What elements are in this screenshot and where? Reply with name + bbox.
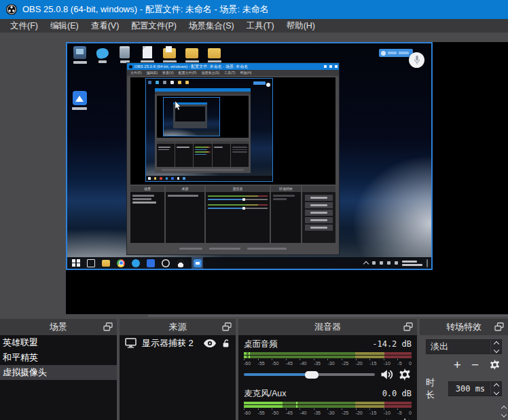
mixer-header[interactable]: 混音器	[238, 319, 417, 335]
volume-meter	[244, 352, 412, 358]
channel-settings-gear-icon[interactable]	[398, 417, 412, 420]
preview-canvas[interactable]: OBS 25.0.8 (64-bit, windows) - 配置文件: 未命名…	[66, 42, 508, 314]
recursive-capture-level2	[145, 78, 273, 182]
source-name: 显示器捕获 2	[142, 337, 198, 349]
obs-taskbar-icon	[162, 259, 170, 267]
speaker-icon[interactable]	[380, 368, 393, 381]
scenes-title: 场景	[50, 321, 67, 333]
captured-window-menubar: 文件(F)编辑(E)查看(V)配置文件(P)场景集合(S)工具(T)帮助(H)	[127, 70, 339, 76]
menu-scene-collection[interactable]: 场景集合(S)	[183, 19, 240, 33]
scene-item[interactable]: 和平精英	[0, 350, 117, 365]
tray-clock	[402, 261, 422, 266]
menu-profile[interactable]: 配置文件(P)	[125, 19, 183, 33]
menu-help[interactable]: 帮助(H)	[280, 19, 321, 33]
mixer-body: 桌面音频 -14.2 dB -60-55-50-45-40-35-30-25-2…	[238, 335, 417, 420]
dock-splitter[interactable]	[148, 315, 508, 317]
add-transition-button[interactable]: +	[454, 360, 461, 370]
mouse-cursor	[175, 100, 181, 111]
transitions-body: 淡出 + − 时长 300 ms	[420, 335, 508, 420]
transitions-dock: 转场特效 淡出 + − 时长 300 ms	[420, 319, 508, 420]
unlock-icon[interactable]	[221, 339, 230, 348]
meter-tick-labels: -60-55-50-45-40-35-30-25-20-15-10-50	[244, 411, 412, 415]
menu-bar: 文件(F) 编辑(E) 查看(V) 配置文件(P) 场景集合(S) 工具(T) …	[0, 19, 508, 33]
remove-transition-button[interactable]: −	[471, 360, 479, 370]
display-capture-source[interactable]: OBS 25.0.8 (64-bit, windows) - 配置文件: 未命名…	[66, 42, 433, 270]
sources-title: 来源	[169, 321, 187, 333]
speaker-icon[interactable]	[380, 417, 393, 420]
task-view-icon	[87, 259, 95, 267]
source-list: 显示器捕获 2	[120, 335, 236, 420]
meter-tick-labels: -60-55-50-45-40-35-30-25-20-15-10-50	[244, 361, 412, 366]
meter-tickmarks	[244, 408, 412, 410]
display-icon	[125, 338, 137, 348]
menu-edit[interactable]: 编辑(E)	[44, 19, 85, 33]
scene-item[interactable]: 英雄联盟	[0, 335, 117, 350]
transitions-header[interactable]: 转场特效	[420, 319, 508, 335]
captured-obs-window: OBS 25.0.8 (64-bit, windows) - 配置文件: 未命名…	[127, 63, 339, 254]
browser-icon	[117, 259, 125, 267]
recursive-capture-level4	[163, 97, 220, 136]
mixer-dock: 混音器 桌面音频 -14.2 dB -60-55-50-45-40-35-30	[238, 319, 417, 420]
meeting-taskbar-icon	[194, 259, 202, 267]
qq-icon	[177, 259, 185, 267]
visibility-eye-icon[interactable]	[204, 339, 216, 347]
detach-icon[interactable]	[103, 322, 113, 332]
duration-spinner[interactable]	[490, 382, 501, 396]
document-icon	[139, 45, 156, 64]
scene-list: 英雄联盟 和平精英 虚拟摄像头	[0, 335, 117, 420]
channel-db-value: -14.2 dB	[372, 339, 412, 349]
system-tray	[364, 259, 431, 267]
menu-view[interactable]: 查看(V)	[85, 19, 126, 33]
window-title: OBS 25.0.8 (64-bit, windows) - 配置文件: 未命名…	[22, 3, 269, 16]
meeting-app-icon	[71, 91, 88, 110]
scenes-header[interactable]: 场景	[0, 319, 117, 335]
channel-name: 桌面音频	[244, 339, 278, 350]
floating-mic-button	[409, 52, 424, 68]
mixer-channel-mic-aux: 麦克风/Aux 0.0 dB -60-55-50-45-40-35-30-25-…	[244, 388, 412, 420]
volume-meter	[244, 402, 412, 408]
channel-settings-gear-icon[interactable]	[398, 368, 412, 381]
captured-docks: 场景 来源 混音器 转场特效 .	[130, 186, 335, 243]
folder-icon	[183, 45, 200, 64]
source-item[interactable]: 显示器捕获 2	[120, 335, 236, 351]
captured-window-buttons	[324, 65, 338, 68]
mixer-channel-desktop-audio: 桌面音频 -14.2 dB -60-55-50-45-40-35-30-25-2…	[244, 339, 412, 381]
channel-name: 麦克风/Aux	[244, 388, 287, 400]
captured-status-bar	[130, 246, 335, 252]
transition-select-spinner[interactable]	[490, 340, 501, 354]
detach-icon[interactable]	[222, 322, 232, 332]
bottom-docks: 场景 英雄联盟 和平精英 虚拟摄像头 来源 显示器捕获 2	[0, 319, 508, 420]
scene-item-selected[interactable]: 虚拟摄像头	[0, 365, 117, 380]
meter-tickmarks	[244, 359, 412, 360]
title-bar[interactable]: OBS 25.0.8 (64-bit, windows) - 配置文件: 未命名…	[0, 0, 508, 19]
desktop-icon	[94, 45, 111, 64]
start-button-icon	[72, 259, 80, 267]
detach-icon[interactable]	[403, 322, 413, 332]
preview-workspace: OBS 25.0.8 (64-bit, windows) - 配置文件: 未命名…	[0, 33, 508, 316]
transitions-title: 转场特效	[446, 321, 482, 333]
duration-label: 时长	[426, 377, 443, 401]
recycle-bin-icon	[116, 45, 133, 64]
corner-spinner[interactable]	[502, 405, 506, 418]
captured-preview-area	[127, 76, 339, 185]
active-app-highlight	[192, 257, 203, 269]
menu-file[interactable]: 文件(F)	[4, 19, 44, 33]
transition-settings-gear-icon[interactable]	[489, 359, 501, 370]
folder-icon	[206, 45, 223, 64]
menu-tools[interactable]: 工具(T)	[240, 19, 280, 33]
captured-taskbar	[67, 257, 431, 269]
mixer-title: 混音器	[314, 321, 341, 333]
volume-slider[interactable]	[244, 373, 375, 376]
transition-selected-value: 淡出	[427, 341, 490, 353]
channel-db-value: 0.0 dB	[382, 389, 412, 398]
floating-toolbar	[379, 49, 413, 57]
duration-spinbox[interactable]: 300 ms	[448, 381, 502, 396]
obs-logo-icon	[5, 3, 18, 16]
sources-header[interactable]: 来源	[120, 319, 236, 335]
captured-window-titlebar: OBS 25.0.8 (64-bit, windows) - 配置文件: 未命名…	[127, 63, 339, 70]
obs-main-window: OBS 25.0.8 (64-bit, windows) - 配置文件: 未命名…	[0, 0, 508, 420]
volume-slider-handle[interactable]	[305, 371, 319, 379]
folder-icon	[161, 45, 178, 64]
detach-icon[interactable]	[494, 322, 504, 332]
transition-select[interactable]: 淡出	[426, 339, 502, 354]
